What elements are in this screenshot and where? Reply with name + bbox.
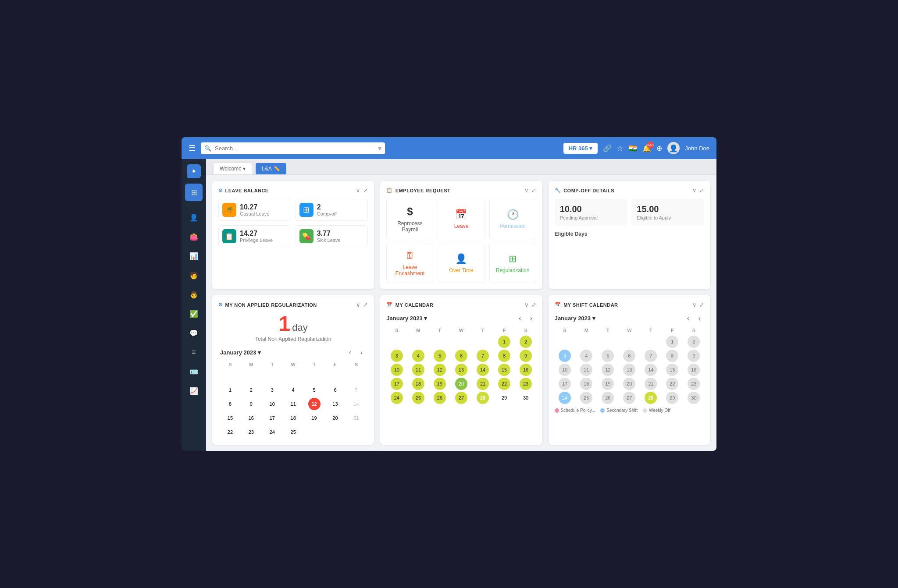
shift-cal-23[interactable]: 23 xyxy=(688,378,700,390)
shift-cal-prev[interactable]: ‹ xyxy=(683,313,693,323)
reg-day-19[interactable]: 19 xyxy=(308,412,321,424)
my-cal-next[interactable]: › xyxy=(527,313,536,323)
reg-day-7[interactable]: 7 xyxy=(350,384,362,396)
my-cal-26[interactable]: 26 xyxy=(434,392,446,404)
reg-day-24[interactable]: 24 xyxy=(266,426,278,438)
sidenav-item-card[interactable]: 🪪 xyxy=(185,363,203,380)
reprocess-payroll-btn[interactable]: $ ReprocessPayroll xyxy=(386,199,433,239)
my-cal-17[interactable]: 17 xyxy=(391,378,403,390)
shift-cal-17[interactable]: 17 xyxy=(559,378,571,390)
my-cal-16[interactable]: 16 xyxy=(520,364,532,376)
sidenav-item-analytics[interactable]: 📈 xyxy=(185,382,203,400)
expand-icon4[interactable]: ⤢ xyxy=(363,301,368,308)
my-cal-2[interactable]: 2 xyxy=(520,336,532,348)
shift-cal-20[interactable]: 20 xyxy=(623,378,635,390)
expand-icon2[interactable]: ⤢ xyxy=(531,187,536,194)
reg-day-22[interactable]: 22 xyxy=(224,426,236,438)
my-cal-4[interactable]: 4 xyxy=(412,350,424,362)
sidenav-item-wallet[interactable]: 👛 xyxy=(185,228,203,245)
sidenav-item-chart[interactable]: 📊 xyxy=(185,247,203,265)
my-cal-19[interactable]: 19 xyxy=(434,378,446,390)
regularization-btn[interactable]: ⊞ Regularization xyxy=(489,244,536,283)
sidenav-item-dashboard[interactable]: ⊞ xyxy=(185,184,203,201)
compoff-controls[interactable]: ∨ ⤢ xyxy=(692,187,704,194)
regularization-controls[interactable]: ∨ ⤢ xyxy=(356,301,368,308)
my-cal-7[interactable]: 7 xyxy=(477,350,489,362)
my-cal-20[interactable]: 20 xyxy=(455,378,467,390)
reg-day-23[interactable]: 23 xyxy=(245,426,257,438)
sidenav-item-lines[interactable]: ≡ xyxy=(185,344,203,361)
shift-cal-4[interactable]: 4 xyxy=(580,350,592,362)
shift-cal-30[interactable]: 30 xyxy=(688,392,700,404)
shift-cal-22[interactable]: 22 xyxy=(666,378,678,390)
sidenav-item-person2[interactable]: 👨 xyxy=(185,286,203,303)
my-cal-3[interactable]: 3 xyxy=(391,350,403,362)
reg-day-10[interactable]: 10 xyxy=(266,398,278,410)
shift-calendar-controls[interactable]: ∨ ⤢ xyxy=(692,301,704,308)
my-cal-18[interactable]: 18 xyxy=(412,378,424,390)
sidenav-item-checklist[interactable]: ✅ xyxy=(185,305,203,322)
my-cal-27[interactable]: 27 xyxy=(455,392,467,404)
star-icon[interactable]: ☆ xyxy=(617,144,623,152)
my-calendar-controls[interactable]: ∨ ⤢ xyxy=(524,301,536,308)
my-cal-22[interactable]: 22 xyxy=(498,378,510,390)
shift-cal-25[interactable]: 25 xyxy=(580,392,592,404)
my-cal-6[interactable]: 6 xyxy=(455,350,467,362)
reg-day-2[interactable]: 2 xyxy=(245,384,257,396)
my-cal-24[interactable]: 24 xyxy=(391,392,403,404)
shift-cal-12[interactable]: 12 xyxy=(602,364,614,376)
sidenav-item-person[interactable]: 🧑 xyxy=(185,266,203,284)
my-cal-15[interactable]: 15 xyxy=(498,364,510,376)
shift-cal-19[interactable]: 19 xyxy=(602,378,614,390)
expand-icon3[interactable]: ⤢ xyxy=(699,187,704,194)
my-cal-14[interactable]: 14 xyxy=(477,364,489,376)
search-dropdown-icon[interactable]: ▾ xyxy=(378,144,381,152)
collapse-icon[interactable]: ∨ xyxy=(356,187,360,194)
shift-cal-1[interactable]: 1 xyxy=(666,336,678,348)
shift-cal-10[interactable]: 10 xyxy=(559,364,571,376)
my-cal-prev[interactable]: ‹ xyxy=(515,313,525,323)
shift-cal-28[interactable]: 28 xyxy=(645,392,657,404)
my-cal-9[interactable]: 9 xyxy=(520,350,532,362)
reg-day-3[interactable]: 3 xyxy=(266,384,278,396)
shift-cal-6[interactable]: 6 xyxy=(623,350,635,362)
notification-icon[interactable]: 🔔 348 xyxy=(642,144,651,152)
my-cal-5[interactable]: 5 xyxy=(434,350,446,362)
reg-day-13[interactable]: 13 xyxy=(329,398,341,410)
sidenav-item-users[interactable]: 👤 xyxy=(185,209,203,226)
reg-cal-month[interactable]: January 2023 ▾ xyxy=(220,349,261,356)
my-cal-23[interactable]: 23 xyxy=(520,378,532,390)
my-cal-month[interactable]: January 2023 ▾ xyxy=(386,315,427,322)
search-input[interactable] xyxy=(201,142,385,154)
my-cal-28[interactable]: 28 xyxy=(477,392,489,404)
shift-cal-21[interactable]: 21 xyxy=(645,378,657,390)
shift-cal-29[interactable]: 29 xyxy=(666,392,678,404)
reg-day-16[interactable]: 16 xyxy=(245,412,257,424)
overtime-btn[interactable]: 👤 Over Time xyxy=(438,244,485,283)
my-cal-25[interactable]: 25 xyxy=(412,392,424,404)
shift-cal-next[interactable]: › xyxy=(695,313,704,323)
shift-cal-16[interactable]: 16 xyxy=(688,364,700,376)
sidenav-item-chat[interactable]: 💬 xyxy=(185,324,203,342)
shift-cal-2[interactable]: 2 xyxy=(688,336,700,348)
my-cal-12[interactable]: 12 xyxy=(434,364,446,376)
reg-day-6[interactable]: 6 xyxy=(329,384,341,396)
reg-day-21[interactable]: 21 xyxy=(350,412,362,424)
my-cal-11[interactable]: 11 xyxy=(412,364,424,376)
shift-cal-3[interactable]: 3 xyxy=(559,350,571,362)
reg-cal-prev[interactable]: ‹ xyxy=(345,347,355,357)
leave-encashment-btn[interactable]: 🗓 LeaveEncashment xyxy=(386,244,433,283)
permission-btn[interactable]: 🕐 Permission xyxy=(489,199,536,239)
my-cal-13[interactable]: 13 xyxy=(455,364,467,376)
shift-cal-11[interactable]: 11 xyxy=(580,364,592,376)
shift-cal-18[interactable]: 18 xyxy=(580,378,592,390)
shift-cal-5[interactable]: 5 xyxy=(602,350,614,362)
shift-cal-9[interactable]: 9 xyxy=(688,350,700,362)
leave-btn[interactable]: 📅 Leave xyxy=(438,199,485,239)
collapse-icon6[interactable]: ∨ xyxy=(692,301,697,308)
leave-balance-controls[interactable]: ∨ ⤢ xyxy=(356,187,368,194)
share-icon[interactable]: ⊕ xyxy=(656,144,662,152)
reg-day-5[interactable]: 5 xyxy=(308,384,321,396)
collapse-icon5[interactable]: ∨ xyxy=(524,301,529,308)
my-cal-8[interactable]: 8 xyxy=(498,350,510,362)
